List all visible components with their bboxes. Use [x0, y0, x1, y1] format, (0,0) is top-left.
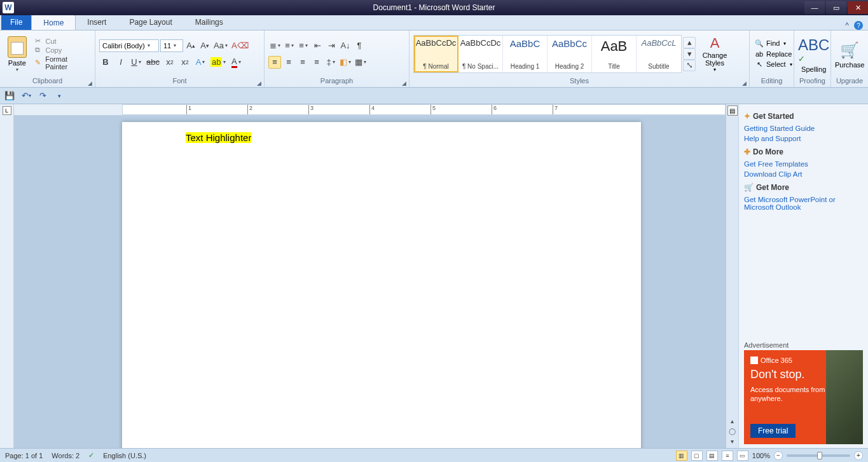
link-help-and-support[interactable]: Help and Support [744, 135, 863, 142]
borders-button[interactable]: ▦▾ [354, 56, 368, 69]
style-heading-1[interactable]: AaBbCHeading 1 [503, 36, 548, 72]
zoom-in-button[interactable]: + [854, 451, 863, 460]
shrink-font-button[interactable]: A▾ [198, 39, 211, 52]
qat-save-button[interactable]: 💾 [4, 90, 15, 102]
underline-button[interactable]: U▾ [130, 56, 142, 69]
status-language[interactable]: English (U.S.) [103, 452, 146, 459]
styles-scroll-up[interactable]: ▴ [683, 37, 696, 48]
text-effects-button[interactable]: A▾ [194, 56, 207, 69]
tab-page-layout[interactable]: Page Layout [118, 15, 183, 30]
view-full-screen-button[interactable]: ▢ [691, 451, 703, 461]
view-print-layout-button[interactable]: ▥ [676, 451, 687, 461]
replace-button[interactable]: abReplace [754, 50, 794, 58]
window-title: Document1 - Microsoft Word Starter [373, 3, 495, 12]
clipboard-launcher[interactable]: ◢ [88, 80, 92, 86]
document-text[interactable]: Text Highlighter [186, 132, 251, 143]
styles-launcher[interactable]: ◢ [742, 80, 747, 86]
styles-expand[interactable]: ⤡ [683, 60, 696, 71]
link-get-free-templates[interactable]: Get Free Templates [744, 160, 863, 168]
status-words[interactable]: Words: 2 [52, 452, 79, 459]
styles-gallery[interactable]: AaBbCcDc¶ Normal AaBbCcDc¶ No Spaci... A… [413, 35, 682, 73]
grow-font-button[interactable]: A▴ [184, 39, 197, 52]
style-heading-2[interactable]: AaBbCcHeading 2 [548, 36, 592, 72]
qat-customize-button[interactable]: ▾ [53, 90, 65, 102]
font-family-combo[interactable]: Calibri (Body)▾ [99, 39, 159, 52]
document-page[interactable]: Text Highlighter [122, 122, 641, 448]
strikethrough-button[interactable]: abc [145, 56, 161, 69]
copy-button[interactable]: ⧉Copy [32, 46, 91, 54]
link-download-clip-art[interactable]: Download Clip Art [744, 170, 863, 178]
select-icon: ↖ [755, 60, 764, 69]
change-styles-button[interactable]: A Change Styles ▾ [698, 35, 731, 72]
show-marks-button[interactable]: ¶ [353, 39, 366, 52]
increase-indent-button[interactable]: ⇥ [325, 39, 338, 52]
bullets-button[interactable]: ≣▾ [268, 39, 282, 52]
status-page[interactable]: Page: 1 of 1 [5, 452, 43, 459]
link-get-powerpoint-outlook[interactable]: Get Microsoft PowerPoint or Microsoft Ou… [744, 196, 863, 211]
spelling-button[interactable]: ABC✓ Spelling [798, 34, 829, 73]
font-size-combo[interactable]: 11▾ [160, 39, 183, 52]
horizontal-ruler[interactable]: 1 2 3 4 5 6 7 [14, 104, 726, 116]
browse-object-button[interactable]: ◯ [728, 426, 737, 435]
tab-insert[interactable]: Insert [76, 15, 118, 30]
multilevel-list-button[interactable]: ≡▾ [297, 39, 310, 52]
italic-button[interactable]: I [114, 56, 127, 69]
zoom-out-button[interactable]: − [774, 451, 783, 460]
cut-button[interactable]: ✂Cut [32, 37, 91, 45]
tab-selector[interactable]: L [3, 106, 11, 115]
style-title[interactable]: AaBTitle [592, 36, 637, 72]
shading-button[interactable]: ◧▾ [338, 56, 352, 69]
font-launcher[interactable]: ◢ [257, 80, 261, 86]
view-draft-button[interactable]: ▭ [737, 451, 748, 461]
scroll-up-button[interactable]: ▴ [728, 416, 737, 425]
subscript-button[interactable]: x2 [163, 56, 176, 69]
purchase-button[interactable]: 🛒 Purchase [835, 39, 864, 69]
minimize-button[interactable]: — [804, 1, 825, 14]
document-scroll-area[interactable]: Text Highlighter [14, 116, 726, 448]
numbering-button[interactable]: ≡▾ [283, 39, 296, 52]
superscript-button[interactable]: x2 [179, 56, 191, 69]
change-case-button[interactable]: Aa▾ [212, 39, 229, 52]
align-center-button[interactable]: ≡ [282, 56, 295, 69]
advertisement[interactable]: Office 365 Don't stop. Access documents … [744, 350, 863, 444]
styles-scroll-down[interactable]: ▾ [683, 48, 696, 60]
ribbon-minimize-icon[interactable]: ^ [845, 21, 849, 30]
link-getting-started-guide[interactable]: Getting Started Guide [744, 125, 863, 132]
paragraph-launcher[interactable]: ◢ [402, 80, 406, 86]
ruler-toggle-button[interactable]: ▤ [727, 105, 738, 116]
sort-button[interactable]: A↓ [339, 39, 352, 52]
help-icon[interactable]: ? [854, 21, 863, 30]
align-left-button[interactable]: ≡ [268, 56, 281, 69]
select-button[interactable]: ↖Select▾ [754, 60, 794, 69]
bold-button[interactable]: B [99, 56, 112, 69]
clear-formatting-button[interactable]: A⌫ [230, 39, 250, 52]
highlight-color-button[interactable]: ab▾ [209, 56, 227, 69]
tab-mailings[interactable]: Mailings [184, 15, 235, 30]
ad-cta-button[interactable]: Free trial [750, 424, 796, 438]
qat-redo-button[interactable]: ↷ [37, 90, 48, 102]
format-painter-button[interactable]: ✎Format Painter [32, 55, 91, 71]
line-spacing-button[interactable]: ‡▾ [324, 56, 337, 69]
find-button[interactable]: 🔍Find▾ [754, 39, 794, 48]
proofing-status-icon[interactable]: ✓ [88, 451, 94, 459]
close-button[interactable]: ✕ [848, 1, 868, 14]
tab-file[interactable]: File [1, 15, 31, 30]
qat-undo-button[interactable]: ↶▾ [20, 90, 32, 102]
tab-home[interactable]: Home [31, 15, 76, 30]
style-no-spacing[interactable]: AaBbCcDc¶ No Spaci... [458, 36, 503, 72]
paste-icon [8, 36, 27, 58]
zoom-level[interactable]: 100% [752, 452, 770, 459]
view-web-layout-button[interactable]: ▤ [706, 451, 718, 461]
paste-button[interactable]: Paste ▾ [4, 35, 30, 72]
justify-button[interactable]: ≡ [310, 56, 323, 69]
status-bar: Page: 1 of 1 Words: 2 ✓ English (U.S.) ▥… [0, 448, 868, 462]
decrease-indent-button[interactable]: ⇤ [311, 39, 324, 52]
zoom-slider[interactable] [787, 454, 850, 457]
scroll-down-button[interactable]: ▾ [728, 437, 737, 445]
style-subtitle[interactable]: AaBbCcLSubtitle [637, 36, 681, 72]
align-right-button[interactable]: ≡ [296, 56, 309, 69]
style-normal[interactable]: AaBbCcDc¶ Normal [414, 36, 458, 72]
view-outline-button[interactable]: ≡ [722, 451, 733, 461]
font-color-button[interactable]: A▾ [230, 56, 242, 69]
maximize-button[interactable]: ▭ [826, 1, 846, 14]
